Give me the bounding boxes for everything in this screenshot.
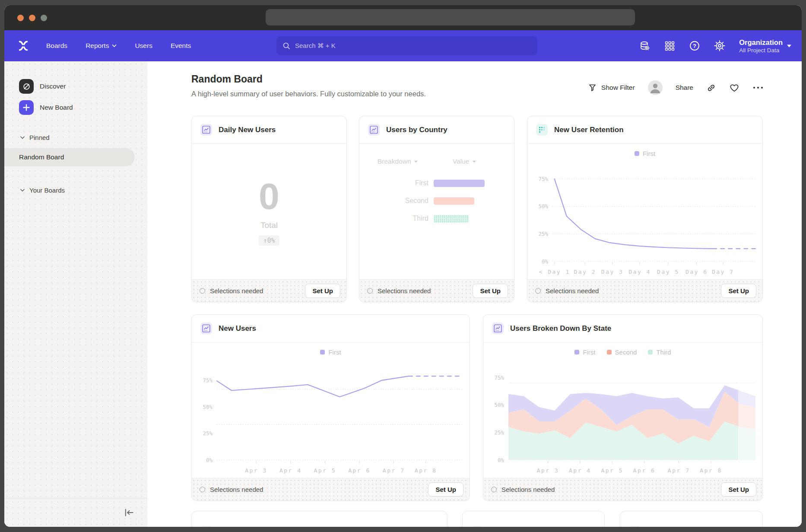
show-filter-button[interactable]: Show Filter <box>588 83 635 92</box>
breakdown-column-header[interactable]: Breakdown <box>378 158 418 165</box>
chart-legend: FirstSecondThird <box>483 348 762 356</box>
page-subtitle: A high-level summary of user behaviors. … <box>191 90 426 98</box>
legend-label: First <box>583 348 595 356</box>
svg-text:< Day 1: < Day 1 <box>539 269 570 275</box>
legend-item[interactable]: First <box>635 150 655 157</box>
nav-label: Users <box>135 42 152 50</box>
svg-text:Apr 5: Apr 5 <box>601 467 623 474</box>
column-label: Value <box>453 158 470 165</box>
nav-label: Reports <box>86 42 109 50</box>
svg-text:Day 6: Day 6 <box>685 269 708 275</box>
plus-icon <box>19 100 34 115</box>
discover-compass-icon <box>19 79 34 94</box>
apps-grid-icon[interactable] <box>664 40 675 51</box>
avatar[interactable] <box>648 80 663 95</box>
data-management-icon[interactable] <box>639 40 650 51</box>
your-boards-label: Your Boards <box>29 187 65 194</box>
svg-text:Day 3: Day 3 <box>601 269 624 275</box>
legend-item[interactable]: First <box>320 348 341 356</box>
card-footer: Selections needed Set Up <box>527 279 762 302</box>
settings-gear-icon[interactable] <box>714 40 725 51</box>
value-column-header[interactable]: Value <box>453 158 476 165</box>
legend-item[interactable]: Second <box>607 348 637 356</box>
nav-right-group: ? Organization All Project Data <box>639 30 791 61</box>
status-circle-icon <box>367 288 373 294</box>
svg-text:Apr 7: Apr 7 <box>383 467 405 474</box>
set-up-button[interactable]: Set Up <box>305 284 340 298</box>
card-stacked-line-graph: Stacked Line Graph <box>191 511 447 527</box>
svg-text:50%: 50% <box>203 404 213 410</box>
favorite-button[interactable] <box>729 82 739 93</box>
heart-icon <box>729 82 739 93</box>
table-row: Second <box>359 197 474 205</box>
row-label: Third <box>359 215 428 222</box>
legend-chip <box>574 350 579 355</box>
legend-label: Second <box>615 348 637 356</box>
sidebar-section-pinned[interactable]: Pinned <box>4 130 147 145</box>
set-up-button[interactable]: Set Up <box>473 284 508 298</box>
board-actions: Show Filter Share <box>588 80 764 95</box>
card-title: New Users <box>219 324 256 333</box>
nav-item-boards[interactable]: Boards <box>46 42 67 50</box>
sidebar-item-discover[interactable]: Discover <box>4 77 147 96</box>
search-input[interactable]: Search ⌘ + K <box>276 36 537 55</box>
new-users-line-chart: 75%50%25%0%Apr 3Apr 4Apr 5Apr 6Apr 7Apr … <box>192 360 470 475</box>
address-bar[interactable] <box>266 9 635 25</box>
legend-item[interactable]: Third <box>648 348 671 356</box>
table-row: First <box>359 179 485 187</box>
nav-item-users[interactable]: Users <box>135 42 152 50</box>
share-button[interactable]: Share <box>676 84 693 92</box>
row-label: First <box>359 179 428 187</box>
status-text: Selections needed <box>210 287 263 294</box>
sidebar-section-your-boards[interactable]: Your Boards <box>4 183 147 197</box>
nav-label: Events <box>171 42 191 50</box>
svg-text:25%: 25% <box>494 429 504 436</box>
status-circle-icon <box>200 288 205 294</box>
card-header: Users Broken Down By State <box>483 315 762 342</box>
line-chart-icon <box>471 526 483 527</box>
page-title: Random Board <box>191 73 263 85</box>
set-up-button[interactable]: Set Up <box>721 284 756 298</box>
metric-label: Total <box>260 221 278 230</box>
breakdown-bar <box>434 180 485 187</box>
breakdown-bar <box>434 197 474 205</box>
svg-text:Apr 7: Apr 7 <box>668 467 690 474</box>
line-chart-icon <box>629 526 641 527</box>
card-daily-new-users: Daily New Users 0 Total ↑0% Selections n… <box>191 116 347 302</box>
sidebar-item-random-board[interactable]: Random Board <box>4 148 135 166</box>
svg-text:?: ? <box>693 43 696 49</box>
line-chart-icon <box>200 526 212 527</box>
nav-label: Boards <box>46 42 67 50</box>
mixpanel-logo-icon[interactable] <box>16 39 30 53</box>
status-text: Selections needed <box>501 486 555 493</box>
card-footer: Selections needed Set Up <box>192 478 470 500</box>
set-up-button[interactable]: Set Up <box>721 482 756 497</box>
collapse-sidebar-icon[interactable] <box>124 508 134 517</box>
svg-text:Day 2: Day 2 <box>574 269 596 275</box>
org-switcher[interactable]: Organization All Project Data <box>739 38 791 54</box>
traffic-light-minimize[interactable] <box>29 15 35 21</box>
svg-text:50%: 50% <box>538 203 548 209</box>
search-placeholder: Search ⌘ + K <box>295 42 336 50</box>
status-text: Selections needed <box>546 287 599 294</box>
nav-item-events[interactable]: Events <box>171 42 191 50</box>
card-new-user-retention: New User Retention First 75%50%25%0%< Da… <box>527 116 763 302</box>
nav-item-reports[interactable]: Reports <box>86 42 117 50</box>
card-users-by-country: Users by Country Breakdown Value First <box>359 116 514 302</box>
set-up-button[interactable]: Set Up <box>428 482 463 497</box>
traffic-light-close[interactable] <box>17 15 24 21</box>
legend-label: First <box>328 348 341 356</box>
help-icon[interactable]: ? <box>689 40 700 51</box>
svg-text:Day 7: Day 7 <box>712 269 734 275</box>
copy-link-button[interactable] <box>706 83 716 93</box>
link-icon <box>706 83 716 93</box>
traffic-light-zoom[interactable] <box>41 15 47 21</box>
svg-text:0%: 0% <box>542 258 549 265</box>
legend-chip <box>648 350 653 355</box>
sidebar-item-new-board[interactable]: New Board <box>4 98 147 117</box>
chevron-down-icon <box>787 44 791 48</box>
breakdown-bar <box>434 215 469 222</box>
line-chart-icon <box>368 124 380 136</box>
more-options-button[interactable] <box>752 86 764 90</box>
legend-item[interactable]: First <box>574 348 595 356</box>
